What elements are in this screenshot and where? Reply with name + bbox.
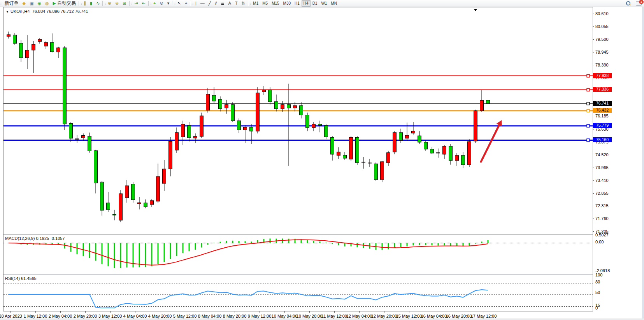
hline-handle-icon[interactable] <box>587 109 590 112</box>
macd-panel[interactable]: MACD(12,26,9) 0.1925 -0.1057 <box>4 235 593 275</box>
time-tick-mark <box>309 311 310 313</box>
timeframe-m30-button[interactable]: M30 <box>281 0 293 7</box>
terminal-icon[interactable]: ▣ <box>28 0 35 7</box>
candle-body <box>19 43 23 58</box>
candle-body <box>437 153 440 153</box>
chart-shift-icon[interactable]: ⇤ <box>140 0 147 7</box>
price-tick-mark <box>593 39 594 40</box>
chart-history-icon[interactable]: ◆ <box>21 0 28 7</box>
candle-body <box>300 106 303 115</box>
timeframe-d1-button-label: D1 <box>312 1 318 5</box>
candle-body <box>381 162 384 180</box>
candle-body <box>443 146 446 154</box>
channel-tool-icon[interactable]: ⫽ <box>213 0 219 7</box>
add-indicator-icon[interactable]: + <box>151 0 158 7</box>
market-cup-icon[interactable]: ◍ <box>43 0 51 7</box>
hline-handle-icon[interactable] <box>587 102 590 105</box>
toolbar-separator <box>148 1 149 6</box>
price-tick-mark <box>593 168 594 168</box>
timeframe-h1-button[interactable]: H1 <box>293 0 302 7</box>
rsi-panel[interactable]: RSI(14) 61.4565 <box>4 275 593 312</box>
vertical-line-tool-icon[interactable]: | <box>193 0 198 7</box>
timeframe-d1-button[interactable]: D1 <box>311 0 319 7</box>
timeframe-m15-button[interactable]: M15 <box>270 0 281 7</box>
time-tick-mark <box>484 311 484 313</box>
line-chart-mode-icon[interactable]: ∿ <box>94 0 102 7</box>
zoom-out-icon[interactable]: ⊖ <box>113 0 121 7</box>
macd-chart[interactable] <box>4 235 593 274</box>
candle-body <box>119 194 123 220</box>
hline-handle-icon[interactable] <box>587 75 590 77</box>
rsi-axis-label: 50 <box>595 290 600 295</box>
tile-windows-icon[interactable]: ⊞ <box>121 0 128 7</box>
candle-body <box>163 169 166 184</box>
time-tick-mark <box>135 311 135 313</box>
candle-body <box>368 163 372 163</box>
timeframe-m5-button[interactable]: M5 <box>260 0 270 7</box>
timeframe-m1-button[interactable]: M1 <box>251 0 260 7</box>
time-tick-mark <box>384 311 384 313</box>
search-icon[interactable] <box>626 1 630 5</box>
signals-icon[interactable]: ◉ <box>35 0 43 7</box>
candle-body <box>449 146 453 161</box>
price-tick-mark <box>593 206 594 206</box>
price-tick-label: 73.965 <box>595 165 609 170</box>
price-tick-label: 80.610 <box>595 11 609 16</box>
price-tag-75.779: 75.779 <box>593 123 612 128</box>
auto-trading-button[interactable]: ▶自动交易 <box>51 0 78 7</box>
rsi-chart[interactable] <box>4 275 593 312</box>
toolbar-separator <box>129 1 130 6</box>
macd-axis-label: 0.5027 <box>595 233 609 237</box>
candlestick-mode-icon[interactable]: ▮ <box>88 0 94 7</box>
price-tick-label: 80.055 <box>595 24 609 29</box>
timeframe-h4-button[interactable]: H4 <box>302 0 311 7</box>
auto-trading-button-icon: ▶ <box>53 0 56 6</box>
hline-handle-icon[interactable] <box>587 124 590 127</box>
candle-body <box>356 137 359 163</box>
price-chart-panel[interactable]: ▼UKOil-,H4 76.884 76.896 76.712 76.741 <box>4 7 593 235</box>
text-tool-icon[interactable]: A <box>226 0 233 7</box>
candle-body <box>275 101 278 108</box>
fibonacci-tool-icon[interactable]: ≣ <box>219 0 226 7</box>
toolbar-grip: ⁞ <box>250 2 251 5</box>
timeframe-mn-button[interactable]: MN <box>329 0 339 7</box>
price-tick-label: 78.945 <box>595 50 609 54</box>
price-axis[interactable]: 80.61080.05579.50078.94578.39077.83577.2… <box>593 7 620 311</box>
notification-badge: 1 <box>639 0 644 4</box>
time-tick-label: 10 May 04:00 <box>272 314 298 318</box>
time-axis[interactable]: 28 Apr 20231 May 12:002 May 04:002 May 2… <box>3 311 620 320</box>
period-selector-icon[interactable]: ⊙ <box>158 0 165 7</box>
time-tick-mark <box>334 311 335 313</box>
time-tick-mark <box>85 311 86 313</box>
crosshair-tool-icon[interactable]: + <box>183 0 189 7</box>
auto-scroll-icon[interactable]: ⇥ <box>132 0 140 7</box>
new-order-button-label: 新订单 <box>5 0 19 7</box>
toolbar-separator <box>102 1 103 6</box>
label-tool-icon[interactable]: T <box>233 0 240 7</box>
trendline-tool-icon[interactable]: ╱ <box>207 0 213 7</box>
new-order-button[interactable]: 新订单 <box>2 0 21 7</box>
time-tick-mark <box>459 311 459 313</box>
arrows-tool-icon[interactable]: ⇅ <box>240 0 247 7</box>
timeframe-w1-button[interactable]: W1 <box>319 0 329 7</box>
candlestick-chart[interactable] <box>4 7 593 234</box>
horizontal-line-tool-icon[interactable]: — <box>198 0 207 7</box>
notifications-chat-icon[interactable]: 1 <box>636 1 642 6</box>
candle-body <box>219 100 222 109</box>
price-tick-mark <box>593 180 594 181</box>
timeframe-m15-button-label: M15 <box>272 1 279 5</box>
candle-body <box>32 44 35 50</box>
zoom-in-icon[interactable]: ⊕ <box>106 0 113 7</box>
bar-chart-mode-icon[interactable]: ∥ <box>82 0 88 7</box>
cursor-tool-icon[interactable]: ↖ <box>175 0 183 7</box>
hline-handle-icon[interactable] <box>587 88 590 91</box>
candle-body <box>156 177 160 201</box>
toolbar-grip: ⁞ <box>105 2 105 5</box>
templates-icon[interactable]: ▾ <box>165 0 172 7</box>
hline-handle-icon[interactable] <box>587 139 590 142</box>
bar-marker-icon <box>474 9 477 11</box>
time-tick-label: 4 May 20:00 <box>148 314 172 318</box>
candle-body <box>480 100 484 111</box>
time-tick-mark <box>409 311 409 313</box>
candle-body <box>82 136 85 138</box>
